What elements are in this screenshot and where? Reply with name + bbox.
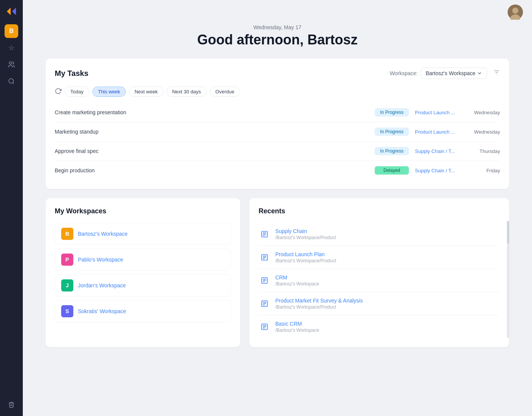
recent-name: Supply Chain	[275, 228, 500, 234]
workspace-item-name: Pablo's Workspace	[78, 257, 123, 263]
task-project[interactable]: Product Launch ...	[415, 129, 461, 135]
document-icon	[258, 274, 271, 287]
filter-next-30-days[interactable]: Next 30 days	[166, 87, 207, 97]
document-icon	[258, 298, 271, 310]
workspace-item[interactable]: J Jordan's Workspace	[55, 274, 231, 296]
workspace-selector: Workspace: Bartosz's Workspace	[390, 68, 500, 79]
workspace-item[interactable]: B Bartosz's Workspace	[55, 223, 231, 245]
task-row[interactable]: Marketing standup In Progress Product La…	[55, 122, 500, 142]
filter-today[interactable]: Today	[65, 87, 89, 97]
recent-name: Basic CRM	[275, 321, 500, 327]
task-project[interactable]: Product Launch ...	[415, 110, 461, 115]
svg-marker-0	[7, 8, 11, 15]
recent-item[interactable]: Product Market Fit Survey & Analysis /Ba…	[258, 292, 500, 315]
workspaces-list: B Bartosz's Workspace P Pablo's Workspac…	[55, 223, 231, 322]
recents-card: Recents Supply Chain /Bartosz's Workspac…	[249, 198, 509, 347]
main-content: Wednesday, May 17 Good afternoon, Bartos…	[23, 0, 532, 416]
task-filters: Today This week Next week Next 30 days O…	[55, 87, 500, 97]
recent-path: /Bartosz's Workspace	[275, 328, 500, 333]
tasks-list: Create marketing presentation In Progres…	[55, 103, 500, 180]
task-day: Wednesday	[470, 110, 500, 115]
workspace-item-icon: B	[61, 228, 73, 240]
task-status: In Progress	[375, 128, 409, 136]
sidebar: B ☆	[0, 0, 23, 416]
workspace-item-icon: S	[61, 305, 73, 317]
task-status: In Progress	[375, 108, 409, 117]
current-date: Wednesday, May 17	[46, 24, 509, 30]
greeting-text: Good afternoon, Bartosz	[46, 32, 509, 48]
workspace-item-name: Bartosz's Workspace	[78, 231, 128, 237]
workspace-item-icon: J	[61, 279, 73, 292]
task-status: Delayed	[375, 166, 409, 175]
filter-next-week[interactable]: Next week	[129, 87, 163, 97]
filter-this-week[interactable]: This week	[92, 87, 126, 97]
document-icon	[258, 321, 271, 333]
task-name: Begin production	[55, 167, 375, 173]
recent-name: Product Launch Plan	[275, 251, 500, 257]
tasks-title: My Tasks	[55, 69, 89, 78]
task-name: Create marketing presentation	[55, 109, 375, 115]
user-avatar[interactable]	[508, 5, 523, 20]
recent-info: Basic CRM /Bartosz's Workspace	[275, 321, 500, 333]
workspace-selector-label: Workspace:	[390, 70, 418, 76]
page-header: Wednesday, May 17 Good afternoon, Bartos…	[46, 24, 509, 48]
my-tasks-card: My Tasks Workspace: Bartosz's Workspace	[46, 58, 509, 189]
task-day: Wednesday	[470, 129, 500, 135]
recent-path: /Bartosz's Workspace	[275, 281, 500, 287]
scrollbar-thumb[interactable]	[507, 221, 509, 244]
team-icon[interactable]	[5, 58, 18, 71]
recent-item[interactable]: Product Launch Plan /Bartosz's Workspace…	[258, 246, 500, 269]
recents-title: Recents	[258, 207, 500, 215]
task-project[interactable]: Supply Chain / T...	[415, 168, 461, 173]
recent-info: Product Market Fit Survey & Analysis /Ba…	[275, 298, 500, 310]
task-row[interactable]: Approve final spec In Progress Supply Ch…	[55, 142, 500, 161]
svg-point-3	[9, 79, 13, 83]
bottom-section: My Workspaces B Bartosz's Workspace P Pa…	[46, 198, 509, 347]
svg-point-2	[9, 62, 12, 65]
document-icon	[258, 228, 271, 240]
trash-icon[interactable]	[5, 398, 18, 411]
recent-name: Product Market Fit Survey & Analysis	[275, 298, 500, 304]
scrollbar[interactable]	[507, 221, 509, 338]
workspace-item-name: Sokratis' Workspace	[78, 308, 126, 314]
topbar	[23, 0, 532, 24]
task-status: In Progress	[375, 147, 409, 155]
recent-item[interactable]: Basic CRM /Bartosz's Workspace	[258, 315, 500, 338]
recent-info: CRM /Bartosz's Workspace	[275, 274, 500, 287]
workspaces-card: My Workspaces B Bartosz's Workspace P Pa…	[46, 198, 240, 347]
task-row[interactable]: Begin production Delayed Supply Chain / …	[55, 161, 500, 180]
task-day: Thursday	[470, 148, 500, 154]
workspaces-title: My Workspaces	[55, 207, 231, 215]
workspace-icon[interactable]: B	[5, 24, 18, 38]
tasks-card-header: My Tasks Workspace: Bartosz's Workspace	[55, 68, 500, 79]
recent-name: CRM	[275, 274, 500, 280]
task-day: Friday	[470, 168, 500, 173]
recent-path: /Bartosz's Workspace/Product	[275, 258, 500, 263]
svg-point-5	[512, 8, 518, 14]
favorites-icon[interactable]: ☆	[5, 41, 18, 55]
task-row[interactable]: Create marketing presentation In Progres…	[55, 103, 500, 122]
recent-path: /Bartosz's Workspace/Product	[275, 235, 500, 240]
filter-overdue[interactable]: Overdue	[210, 87, 240, 97]
page-content: Wednesday, May 17 Good afternoon, Bartos…	[23, 24, 532, 416]
task-project[interactable]: Supply Chain / T...	[415, 148, 461, 154]
recent-info: Supply Chain /Bartosz's Workspace/Produc…	[275, 228, 500, 240]
recent-item[interactable]: Supply Chain /Bartosz's Workspace/Produc…	[258, 223, 500, 246]
svg-marker-1	[12, 8, 16, 15]
recent-path: /Bartosz's Workspace/Product	[275, 304, 500, 310]
workspace-item[interactable]: P Pablo's Workspace	[55, 249, 231, 271]
chevron-down-icon	[477, 71, 482, 76]
filter-icon[interactable]	[493, 69, 500, 77]
workspace-item[interactable]: S Sokratis' Workspace	[55, 300, 231, 322]
workspace-dropdown[interactable]: Bartosz's Workspace	[421, 68, 487, 79]
app-logo[interactable]	[5, 5, 18, 18]
task-name: Approve final spec	[55, 148, 375, 154]
workspace-item-icon: P	[61, 254, 73, 266]
task-name: Marketing standup	[55, 129, 375, 135]
recents-list: Supply Chain /Bartosz's Workspace/Produc…	[258, 223, 500, 338]
recent-item[interactable]: CRM /Bartosz's Workspace	[258, 269, 500, 292]
workspace-item-name: Jordan's Workspace	[78, 282, 126, 288]
document-icon	[258, 251, 271, 263]
search-icon[interactable]	[5, 74, 18, 88]
refresh-icon[interactable]	[55, 88, 62, 96]
